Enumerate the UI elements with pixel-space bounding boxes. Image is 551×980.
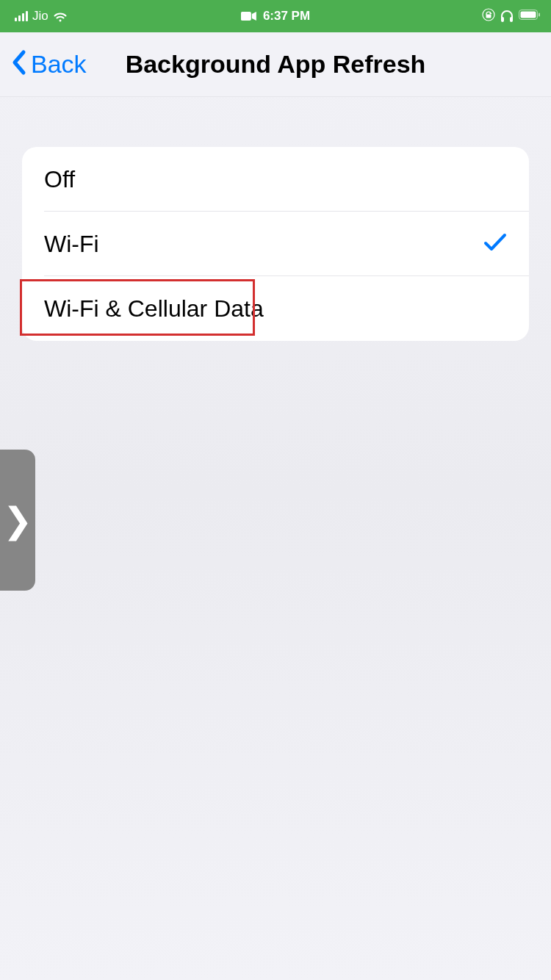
- checkmark-icon: [483, 228, 507, 259]
- chevron-left-icon: [10, 49, 26, 80]
- rotation-lock-icon: [482, 8, 495, 25]
- camera-icon: [241, 11, 257, 21]
- status-right: [482, 8, 541, 25]
- back-button[interactable]: Back: [0, 49, 87, 80]
- svg-rect-7: [539, 13, 540, 17]
- options-list: Off Wi-Fi Wi-Fi & Cellular Data: [22, 147, 529, 341]
- svg-rect-0: [241, 12, 251, 21]
- nav-bar: Back Background App Refresh: [0, 32, 551, 97]
- wifi-icon: [53, 11, 68, 22]
- carrier-label: Jio: [32, 9, 48, 24]
- battery-icon: [519, 9, 541, 24]
- drawer-handle[interactable]: ❯: [0, 450, 35, 591]
- status-center: 6:37 PM: [241, 9, 310, 24]
- status-bar: Jio 6:37 PM: [0, 0, 551, 32]
- page-title: Background App Refresh: [126, 50, 426, 79]
- option-wifi[interactable]: Wi-Fi: [22, 212, 529, 276]
- svg-rect-4: [510, 17, 513, 22]
- cellular-signal-icon: [15, 11, 28, 21]
- status-left: Jio: [15, 9, 68, 24]
- option-label: Wi-Fi: [44, 231, 99, 258]
- svg-rect-3: [501, 17, 504, 22]
- option-label: Wi-Fi & Cellular Data: [44, 295, 264, 323]
- svg-rect-2: [486, 14, 491, 18]
- option-wifi-cellular[interactable]: Wi-Fi & Cellular Data: [22, 276, 529, 341]
- option-off[interactable]: Off: [22, 147, 529, 212]
- svg-rect-6: [521, 12, 536, 18]
- chevron-right-icon: ❯: [3, 500, 32, 541]
- option-label: Off: [44, 166, 75, 193]
- headphones-icon: [500, 10, 514, 23]
- back-label: Back: [31, 50, 87, 79]
- status-time: 6:37 PM: [263, 9, 310, 24]
